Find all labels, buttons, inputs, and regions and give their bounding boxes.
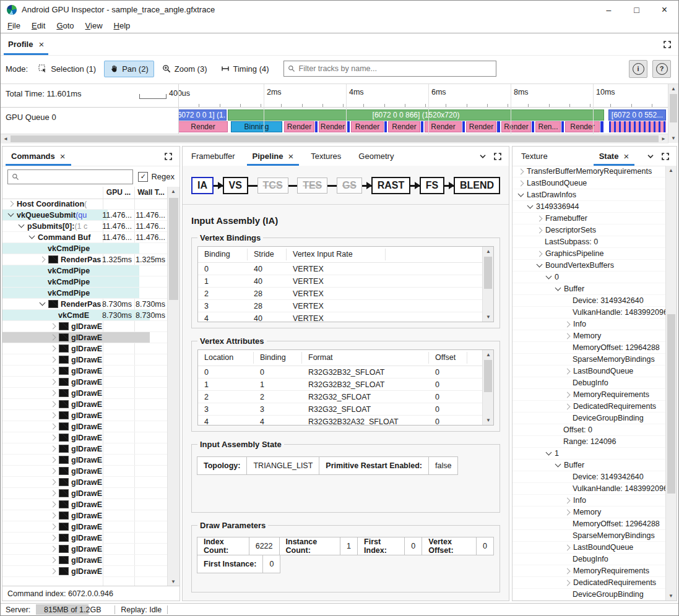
command-tree-row[interactable]: glDrawE — [2, 343, 168, 354]
chevron-right-icon[interactable] — [50, 546, 56, 552]
menu-item-file[interactable]: File — [2, 20, 26, 32]
mode-button-timing[interactable]: Timing (4) — [215, 61, 275, 77]
chevron-right-icon[interactable] — [50, 379, 56, 385]
chevron-right-icon[interactable] — [50, 568, 56, 575]
command-tree-row[interactable]: Command Buf11.476...11.476... — [2, 232, 168, 243]
timeline-slice-stripes[interactable] — [609, 121, 666, 132]
state-tree-row[interactable]: 1 — [512, 448, 666, 460]
stage-vs[interactable]: VS — [223, 177, 248, 194]
timeline-block-surface[interactable]: [6072 0 0 866] (1520x720) — [228, 109, 604, 121]
chevron-right-icon[interactable] — [564, 580, 571, 586]
table-row[interactable]: 33R32G32_SFLOAT0 — [198, 403, 483, 416]
command-tree-row[interactable]: glDrawE — [2, 421, 168, 432]
command-tree-row[interactable]: glDrawE — [2, 443, 168, 455]
chevron-down-icon[interactable] — [555, 284, 561, 291]
table-row[interactable]: 44R32G32B32A32_SFLOAT0 — [198, 416, 483, 426]
chevron-right-icon[interactable] — [50, 457, 56, 463]
state-tree-row[interactable]: Device: 3149342640 — [512, 471, 666, 483]
chevron-right-icon[interactable] — [537, 215, 543, 221]
fullscreen-icon[interactable] — [165, 153, 172, 160]
state-tree-row[interactable]: DeviceGroupBinding — [512, 413, 666, 424]
chevron-right-icon[interactable] — [564, 568, 571, 574]
command-tree-row[interactable]: glDrawE — [2, 366, 168, 377]
chevron-right-icon[interactable] — [50, 435, 56, 441]
table-row[interactable]: 040VERTEX — [198, 263, 483, 275]
state-tree-row[interactable]: DebugInfo — [512, 554, 666, 565]
command-tree-row[interactable]: vkCmdPipe — [2, 288, 168, 299]
command-tree-row[interactable]: glDrawE — [2, 555, 168, 566]
chevron-right-icon[interactable] — [564, 321, 571, 327]
timeline-vertical-scrollbar[interactable]: ▲ ▼ — [668, 84, 678, 143]
timeline-slice-render[interactable]: Render — [351, 121, 384, 132]
state-tree-row[interactable]: MemoryOffset: 12964288 — [512, 342, 666, 354]
command-tree-row[interactable]: vkQueueSubmit(qu11.476...11.476... — [2, 210, 168, 221]
state-tree-row[interactable]: DescriptorSets — [512, 225, 666, 236]
tab-close-icon[interactable]: × — [623, 151, 629, 161]
chevron-right-icon[interactable] — [50, 323, 56, 330]
chevron-right-icon[interactable] — [8, 201, 14, 207]
command-tree-row[interactable]: Host Coordination ( — [2, 199, 168, 210]
chevron-right-icon[interactable] — [50, 390, 56, 396]
chevron-down-icon[interactable] — [647, 153, 654, 160]
state-tree-row[interactable]: Info — [512, 495, 666, 507]
scrollbar-thumb[interactable] — [670, 94, 677, 122]
table-row[interactable]: 228VERTEX — [198, 288, 483, 300]
stage-gs[interactable]: GS — [337, 178, 362, 194]
command-tree-row[interactable]: glDrawE — [2, 488, 168, 499]
timeline-ruler[interactable]: Total Time: 11.601ms 400us 2ms4ms6ms8ms1… — [1, 84, 668, 108]
tab-close-icon[interactable]: × — [288, 151, 293, 161]
command-tree-row[interactable]: glDrawE — [2, 477, 168, 488]
fullscreen-icon[interactable] — [664, 41, 671, 48]
scroll-up-icon[interactable]: ▲ — [486, 350, 491, 359]
column-header[interactable]: Binding — [198, 249, 248, 260]
timeline-horizontal-scrollbar[interactable]: ◄ ► — [1, 134, 668, 143]
stage-fs[interactable]: FS — [420, 177, 444, 194]
help-button[interactable]: ? — [652, 60, 671, 78]
scroll-up-icon[interactable]: ▲ — [171, 187, 176, 196]
state-tree-row[interactable]: SparseMemoryBindings — [512, 530, 666, 542]
table-row[interactable]: 11R32G32B32_SFLOAT0 — [198, 379, 483, 391]
command-tree-row[interactable]: glDrawE — [2, 432, 168, 443]
table-row[interactable]: 440VERTEX — [198, 312, 483, 322]
scrollbar-thumb[interactable] — [484, 257, 492, 289]
chevron-right-icon[interactable] — [50, 535, 56, 541]
close-button[interactable]: × — [651, 1, 678, 19]
table-row[interactable]: 328VERTEX — [198, 300, 483, 312]
command-tree-row[interactable]: RenderPas8.730ms8.730ms — [2, 299, 168, 310]
command-tree-row[interactable]: glDrawE — [2, 466, 168, 477]
scrollbar-thumb[interactable] — [484, 360, 492, 392]
command-tree-row[interactable]: vkCmdPipe — [2, 243, 168, 254]
tab-texture[interactable]: Texture — [512, 147, 556, 166]
state-tree-row[interactable]: BoundVertexBuffers — [512, 260, 666, 272]
command-name-cell[interactable]: Host Coordination ( — [2, 199, 108, 210]
chevron-right-icon[interactable] — [50, 424, 56, 430]
chevron-right-icon[interactable] — [50, 502, 56, 508]
column-wall-time[interactable]: Wall T... — [134, 188, 168, 197]
state-tree-row[interactable]: Range: 124096 — [512, 436, 666, 448]
state-tree-row[interactable]: MemoryRequirements — [512, 389, 666, 401]
command-name-cell[interactable]: pSubmits[0]: (1 c — [2, 221, 118, 232]
chevron-right-icon[interactable] — [50, 446, 56, 452]
commands-search-input[interactable] — [7, 169, 133, 184]
chevron-right-icon[interactable] — [564, 497, 571, 503]
tab-textures[interactable]: Textures — [302, 147, 350, 166]
state-tree-row[interactable]: DeviceGroupBinding — [512, 589, 666, 601]
scroll-down-icon[interactable]: ▼ — [171, 577, 176, 586]
info-button[interactable]: i — [629, 60, 647, 78]
chevron-down-icon[interactable] — [518, 190, 524, 197]
chevron-right-icon[interactable] — [564, 368, 571, 374]
state-tree-row[interactable]: Buffer — [512, 283, 666, 295]
scroll-down-icon[interactable]: ▼ — [486, 416, 491, 425]
scroll-right-icon[interactable]: ► — [661, 134, 666, 143]
chevron-right-icon[interactable] — [50, 479, 56, 486]
command-tree-row[interactable]: pSubmits[0]: (1 c11.476...11.476... — [2, 221, 168, 232]
mode-button-selection[interactable]: Selection (1) — [33, 61, 102, 77]
table-scrollbar[interactable]: ▲▼ — [482, 247, 493, 322]
column-header[interactable]: Binding — [254, 352, 302, 364]
stage-tes[interactable]: TES — [297, 178, 327, 194]
timeline-slice-render[interactable]: Render — [501, 121, 531, 132]
stage-tcs[interactable]: TCS — [257, 178, 288, 194]
state-tree-row[interactable]: LastBoundQueue — [512, 178, 666, 189]
command-tree-row[interactable]: glDrawE — [2, 332, 168, 343]
tab-profile-close-icon[interactable]: × — [38, 39, 44, 49]
